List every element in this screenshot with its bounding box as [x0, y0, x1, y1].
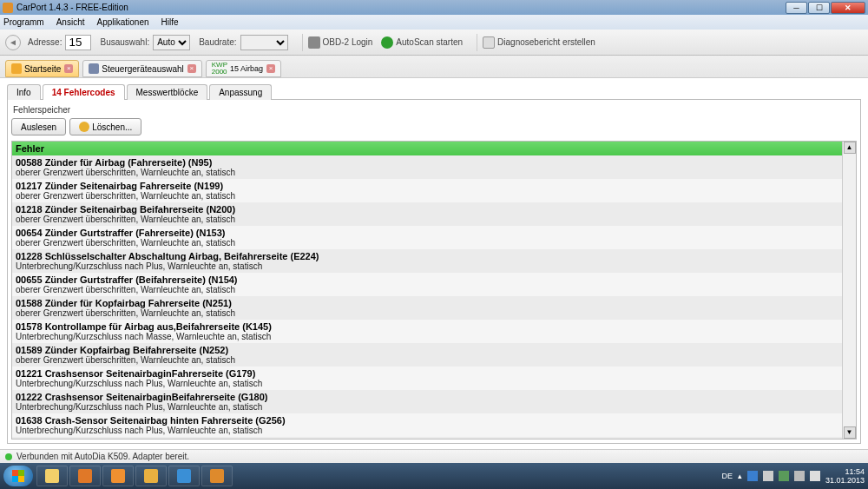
menu-applikationen[interactable]: Applikationen [96, 17, 148, 27]
home-icon [11, 63, 22, 74]
menu-ansicht[interactable]: Ansicht [56, 17, 85, 27]
error-code: 01578 Kontrollampe für Airbag aus,Beifah… [16, 321, 838, 332]
app-icon [3, 3, 13, 13]
bluetooth-icon[interactable] [747, 471, 758, 481]
subtab-info[interactable]: Info [7, 84, 41, 100]
baudrate-label: Baudrate: [199, 37, 236, 47]
error-desc: Unterbrechung/Kurzschluss nach Plus, War… [16, 402, 838, 412]
battery-icon[interactable] [779, 471, 789, 481]
subtab-fehlercodes[interactable]: 14 Fehlercodes [43, 84, 125, 100]
error-desc: oberer Grenzwert überschritten, Warnleuc… [16, 355, 838, 365]
menu-bar: Programm Ansicht Applikationen Hilfe [0, 15, 868, 30]
taskbar-image-icon[interactable] [135, 466, 167, 486]
system-tray[interactable]: DE ▴ 11:54 31.01.2013 [721, 467, 865, 485]
error-row[interactable]: 01639 Crash-Sensor Seitenairbag hinten B… [12, 437, 842, 439]
error-desc: Unterbrechung/Kurzschluss nach Masse, Wa… [16, 332, 838, 341]
image-icon [144, 469, 158, 483]
error-code: 00588 Zünder für Airbag (Fahrerseite) (N… [16, 157, 838, 168]
window-title: CarPort 1.4.3 - FREE-Edition [16, 3, 785, 12]
error-row[interactable]: 01217 Zünder Seitenairbag Fahrerseite (N… [12, 179, 842, 202]
connection-dot-icon [5, 453, 12, 460]
scrollbar[interactable]: ▲ ▼ [842, 142, 856, 439]
obd2-login-button[interactable]: OBD-2 Login [308, 36, 373, 49]
media-icon [111, 469, 125, 483]
menu-hilfe[interactable]: Hilfe [161, 17, 179, 27]
scroll-down-button[interactable]: ▼ [844, 426, 856, 439]
error-desc: oberer Grenzwert überschritten, Warnleuc… [16, 308, 838, 318]
subtab-anpassung[interactable]: Anpassung [209, 84, 272, 100]
title-bar: CarPort 1.4.3 - FREE-Edition ─ ☐ ✕ [0, 0, 868, 15]
content-area: Info 14 Fehlercodes Messwertblöcke Anpas… [0, 78, 868, 449]
error-row[interactable]: 01228 Schlüsselschalter Abschaltung Airb… [12, 249, 842, 273]
error-desc: Unterbrechung/Kurzschluss nach Plus, War… [16, 426, 838, 435]
error-row[interactable]: 01589 Zünder Kopfairbag Beifahrerseite (… [12, 343, 842, 367]
adresse-label: Adresse: [28, 37, 62, 47]
minimize-button[interactable]: ─ [786, 2, 807, 14]
close-tab-icon[interactable]: × [64, 64, 73, 73]
taskbar-apps-icon[interactable] [69, 466, 101, 486]
error-row[interactable]: 00588 Zünder für Airbag (Fahrerseite) (N… [12, 155, 842, 179]
language-indicator[interactable]: DE [721, 472, 733, 480]
ie-icon [177, 469, 191, 483]
error-row[interactable]: 00655 Zünder Gurtstraffer (Beifahrerseit… [12, 273, 842, 296]
busauswahl-select[interactable]: Auto [153, 35, 190, 50]
error-row[interactable]: 00654 Zünder Gurtstraffer (Fahrerseite) … [12, 226, 842, 249]
network-icon[interactable] [794, 471, 805, 481]
error-code: 00654 Zünder Gurtstraffer (Fahrerseite) … [16, 228, 838, 238]
tab-startseite[interactable]: Startseite × [5, 60, 79, 77]
error-code: 00655 Zünder Gurtstraffer (Beifahrerseit… [16, 274, 838, 285]
scroll-up-button[interactable]: ▲ [844, 142, 856, 154]
back-button[interactable]: ◄ [5, 35, 21, 50]
adresse-input[interactable] [65, 35, 91, 50]
tab-kwp-airbag[interactable]: KWP 2000 15 Airbag × [206, 60, 281, 77]
loeschen-button[interactable]: Löschen... [69, 118, 141, 135]
status-bar: Verbunden mit AutoDia K509. Adapter bere… [0, 449, 868, 463]
menu-programm[interactable]: Programm [3, 17, 44, 27]
start-button[interactable] [3, 466, 33, 486]
taskbar-carport-icon[interactable] [201, 466, 233, 486]
volume-icon[interactable] [810, 471, 820, 481]
error-row[interactable]: 01578 Kontrollampe für Airbag aus,Beifah… [12, 320, 842, 343]
error-desc: Unterbrechung/Kurzschluss nach Plus, War… [16, 261, 838, 271]
error-row[interactable]: 01588 Zünder für Kopfairbag Fahrerseite … [12, 296, 842, 320]
error-desc: oberer Grenzwert überschritten, Warnleuc… [16, 191, 838, 201]
report-icon [483, 36, 495, 49]
taskbar-ie-icon[interactable] [168, 466, 200, 486]
error-row[interactable]: 01222 Crashsensor SeitenairbaginBeifahre… [12, 390, 842, 413]
error-row[interactable]: 01638 Crash-Sensor Seitenairbag hinten F… [12, 413, 842, 437]
ecu-icon [89, 63, 99, 74]
error-code: 01588 Zünder für Kopfairbag Fahrerseite … [16, 298, 838, 308]
flag-icon[interactable] [763, 471, 773, 481]
list-header: Fehler [12, 142, 842, 155]
close-tab-icon[interactable]: × [187, 64, 196, 73]
error-desc: Unterbrechung/Kurzschluss nach Plus, War… [16, 379, 838, 388]
diag-report-button[interactable]: Diagnosebericht erstellen [483, 36, 595, 49]
tab-steuergeraete[interactable]: Steuergeräteauswahl × [82, 60, 202, 77]
tray-chevron-icon[interactable]: ▴ [738, 472, 742, 480]
carport-icon [210, 469, 224, 483]
home-tabs: Startseite × Steuergeräteauswahl × KWP 2… [0, 56, 868, 78]
baudrate-select[interactable] [240, 35, 288, 50]
taskbar-media-icon[interactable] [102, 466, 134, 486]
error-code: 01228 Schlüsselschalter Abschaltung Airb… [16, 251, 838, 261]
autoscan-button[interactable]: AutoScan starten [381, 36, 463, 49]
clock[interactable]: 11:54 31.01.2013 [825, 467, 865, 485]
error-code: 01638 Crash-Sensor Seitenairbag hinten F… [16, 415, 838, 426]
sub-tabs: Info 14 Fehlercodes Messwertblöcke Anpas… [7, 83, 861, 100]
error-code: 01222 Crashsensor SeitenairbaginBeifahre… [16, 392, 838, 402]
close-tab-icon[interactable]: × [266, 64, 275, 73]
toolbar: ◄ Adresse: Busauswahl: Auto Baudrate: OB… [0, 30, 868, 56]
apps-icon [78, 469, 92, 483]
error-desc: oberer Grenzwert überschritten, Warnleuc… [16, 168, 838, 177]
error-row[interactable]: 01218 Zünder Seitenairbag Beifahrerseite… [12, 202, 842, 226]
auslesen-button[interactable]: Auslesen [11, 118, 66, 135]
error-row[interactable]: 01221 Crashsensor SeitenairbaginFahrerse… [12, 367, 842, 390]
subtab-messwert[interactable]: Messwertblöcke [127, 84, 208, 100]
maximize-button[interactable]: ☐ [808, 2, 830, 14]
error-list: Fehler 00588 Zünder für Airbag (Fahrerse… [12, 142, 842, 439]
warning-icon [79, 122, 89, 132]
explorer-icon [45, 469, 59, 483]
close-button[interactable]: ✕ [831, 2, 865, 14]
status-text: Verbunden mit AutoDia K509. Adapter bere… [16, 452, 189, 461]
taskbar-explorer-icon[interactable] [36, 466, 68, 486]
